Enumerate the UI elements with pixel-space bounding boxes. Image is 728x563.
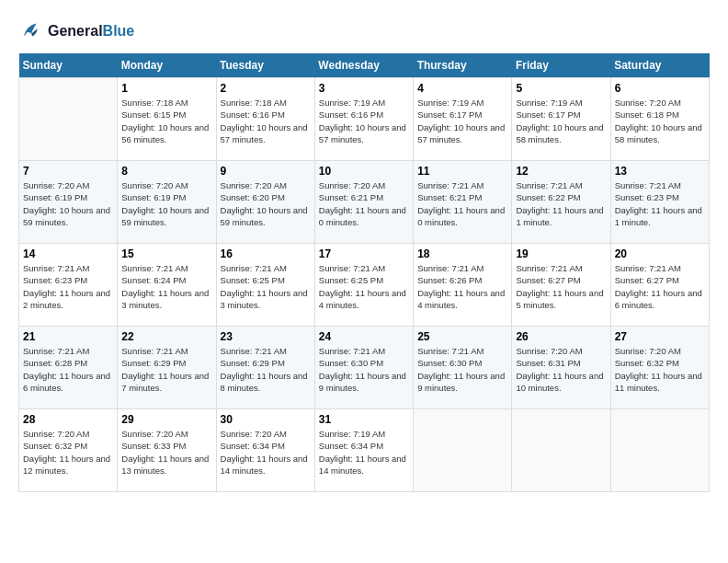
day-number: 19 [516, 247, 606, 260]
day-info: Sunrise: 7:20 AMSunset: 6:32 PMDaylight:… [615, 345, 705, 394]
day-info: Sunrise: 7:21 AMSunset: 6:22 PMDaylight:… [516, 179, 606, 228]
calendar-cell: 26Sunrise: 7:20 AMSunset: 6:31 PMDayligh… [512, 327, 610, 409]
day-number: 14 [23, 247, 113, 260]
day-number: 18 [417, 247, 507, 260]
day-number: 1 [121, 82, 211, 95]
calendar-cell: 22Sunrise: 7:21 AMSunset: 6:29 PMDayligh… [118, 327, 216, 409]
page-header: GeneralBlue [18, 18, 710, 44]
calendar-cell: 14Sunrise: 7:21 AMSunset: 6:23 PMDayligh… [19, 244, 118, 327]
calendar-cell: 20Sunrise: 7:21 AMSunset: 6:27 PMDayligh… [610, 244, 709, 327]
calendar-cell: 6Sunrise: 7:20 AMSunset: 6:18 PMDaylight… [610, 78, 709, 161]
day-info: Sunrise: 7:21 AMSunset: 6:23 PMDaylight:… [23, 262, 113, 311]
calendar-cell: 19Sunrise: 7:21 AMSunset: 6:27 PMDayligh… [512, 244, 610, 327]
calendar-cell: 1Sunrise: 7:18 AMSunset: 6:15 PMDaylight… [118, 78, 216, 161]
day-number: 6 [615, 82, 705, 95]
day-number: 20 [615, 247, 705, 260]
calendar-cell: 5Sunrise: 7:19 AMSunset: 6:17 PMDaylight… [512, 78, 610, 161]
day-info: Sunrise: 7:21 AMSunset: 6:25 PMDaylight:… [221, 262, 311, 311]
calendar-cell: 24Sunrise: 7:21 AMSunset: 6:30 PMDayligh… [314, 327, 413, 409]
day-number: 15 [121, 247, 211, 260]
day-number: 9 [221, 165, 311, 178]
logo: GeneralBlue [18, 18, 134, 44]
day-info: Sunrise: 7:19 AMSunset: 6:17 PMDaylight:… [516, 97, 606, 145]
day-number: 4 [417, 82, 507, 95]
day-number: 27 [615, 330, 705, 343]
calendar-table: Sunday Monday Tuesday Wednesday Thursday… [18, 53, 710, 492]
day-number: 24 [319, 330, 409, 343]
day-number: 23 [221, 330, 311, 343]
header-saturday: Saturday [610, 53, 709, 78]
day-number: 12 [516, 165, 606, 178]
day-number: 26 [516, 330, 606, 343]
day-info: Sunrise: 7:21 AMSunset: 6:26 PMDaylight:… [417, 262, 507, 311]
calendar-cell: 30Sunrise: 7:20 AMSunset: 6:34 PMDayligh… [216, 409, 314, 492]
calendar-cell: 16Sunrise: 7:21 AMSunset: 6:25 PMDayligh… [216, 244, 314, 327]
calendar-cell: 31Sunrise: 7:19 AMSunset: 6:34 PMDayligh… [314, 409, 413, 492]
calendar-cell: 29Sunrise: 7:20 AMSunset: 6:33 PMDayligh… [118, 409, 216, 492]
calendar-week-row: 21Sunrise: 7:21 AMSunset: 6:28 PMDayligh… [19, 327, 710, 409]
day-info: Sunrise: 7:20 AMSunset: 6:32 PMDaylight:… [23, 428, 113, 477]
calendar-week-row: 7Sunrise: 7:20 AMSunset: 6:19 PMDaylight… [19, 161, 710, 244]
day-info: Sunrise: 7:21 AMSunset: 6:29 PMDaylight:… [221, 345, 311, 394]
day-info: Sunrise: 7:20 AMSunset: 6:19 PMDaylight:… [121, 179, 211, 228]
day-number: 22 [121, 330, 211, 343]
day-info: Sunrise: 7:20 AMSunset: 6:21 PMDaylight:… [319, 179, 409, 228]
calendar-cell: 21Sunrise: 7:21 AMSunset: 6:28 PMDayligh… [19, 327, 118, 409]
day-info: Sunrise: 7:19 AMSunset: 6:34 PMDaylight:… [319, 428, 409, 477]
day-number: 31 [319, 413, 409, 426]
day-number: 29 [121, 413, 211, 426]
day-info: Sunrise: 7:21 AMSunset: 6:29 PMDaylight:… [121, 345, 211, 394]
calendar-cell: 4Sunrise: 7:19 AMSunset: 6:17 PMDaylight… [414, 78, 512, 161]
header-wednesday: Wednesday [314, 53, 413, 78]
header-tuesday: Tuesday [216, 53, 314, 78]
day-info: Sunrise: 7:18 AMSunset: 6:16 PMDaylight:… [221, 97, 311, 145]
day-info: Sunrise: 7:21 AMSunset: 6:28 PMDaylight:… [23, 345, 113, 394]
day-number: 5 [516, 82, 606, 95]
day-info: Sunrise: 7:21 AMSunset: 6:24 PMDaylight:… [121, 262, 211, 311]
logo-icon [18, 18, 44, 44]
calendar-cell: 18Sunrise: 7:21 AMSunset: 6:26 PMDayligh… [414, 244, 512, 327]
day-number: 30 [221, 413, 311, 426]
day-info: Sunrise: 7:21 AMSunset: 6:30 PMDaylight:… [319, 345, 409, 394]
day-info: Sunrise: 7:21 AMSunset: 6:21 PMDaylight:… [417, 179, 507, 228]
day-info: Sunrise: 7:19 AMSunset: 6:17 PMDaylight:… [417, 97, 507, 145]
calendar-cell: 11Sunrise: 7:21 AMSunset: 6:21 PMDayligh… [414, 161, 512, 244]
calendar-cell: 9Sunrise: 7:20 AMSunset: 6:20 PMDaylight… [216, 161, 314, 244]
day-number: 11 [417, 165, 507, 178]
day-info: Sunrise: 7:20 AMSunset: 6:19 PMDaylight:… [23, 179, 113, 228]
day-number: 13 [615, 165, 705, 178]
day-info: Sunrise: 7:20 AMSunset: 6:20 PMDaylight:… [221, 179, 311, 228]
calendar-week-row: 14Sunrise: 7:21 AMSunset: 6:23 PMDayligh… [19, 244, 710, 327]
day-number: 21 [23, 330, 113, 343]
day-number: 28 [23, 413, 113, 426]
day-info: Sunrise: 7:20 AMSunset: 6:34 PMDaylight:… [221, 428, 311, 477]
calendar-cell [19, 78, 118, 161]
calendar-cell: 15Sunrise: 7:21 AMSunset: 6:24 PMDayligh… [118, 244, 216, 327]
header-thursday: Thursday [414, 53, 512, 78]
day-number: 8 [121, 165, 211, 178]
day-number: 25 [417, 330, 507, 343]
day-info: Sunrise: 7:20 AMSunset: 6:18 PMDaylight:… [615, 97, 705, 145]
day-info: Sunrise: 7:21 AMSunset: 6:27 PMDaylight:… [615, 262, 705, 311]
calendar-cell: 8Sunrise: 7:20 AMSunset: 6:19 PMDaylight… [118, 161, 216, 244]
calendar-cell [610, 409, 709, 492]
calendar-week-row: 28Sunrise: 7:20 AMSunset: 6:32 PMDayligh… [19, 409, 710, 492]
calendar-cell: 3Sunrise: 7:19 AMSunset: 6:16 PMDaylight… [314, 78, 413, 161]
day-number: 2 [221, 82, 311, 95]
header-friday: Friday [512, 53, 610, 78]
day-info: Sunrise: 7:19 AMSunset: 6:16 PMDaylight:… [319, 97, 409, 145]
day-info: Sunrise: 7:21 AMSunset: 6:30 PMDaylight:… [417, 345, 507, 394]
calendar-cell [414, 409, 512, 492]
calendar-cell: 13Sunrise: 7:21 AMSunset: 6:23 PMDayligh… [610, 161, 709, 244]
day-info: Sunrise: 7:18 AMSunset: 6:15 PMDaylight:… [121, 97, 211, 145]
calendar-cell: 2Sunrise: 7:18 AMSunset: 6:16 PMDaylight… [216, 78, 314, 161]
day-info: Sunrise: 7:21 AMSunset: 6:25 PMDaylight:… [319, 262, 409, 311]
day-number: 10 [319, 165, 409, 178]
calendar-header-row: Sunday Monday Tuesday Wednesday Thursday… [19, 53, 710, 78]
logo-text: GeneralBlue [48, 22, 134, 40]
calendar-cell: 25Sunrise: 7:21 AMSunset: 6:30 PMDayligh… [414, 327, 512, 409]
day-number: 17 [319, 247, 409, 260]
calendar-cell: 7Sunrise: 7:20 AMSunset: 6:19 PMDaylight… [19, 161, 118, 244]
calendar-cell: 17Sunrise: 7:21 AMSunset: 6:25 PMDayligh… [314, 244, 413, 327]
calendar-cell: 28Sunrise: 7:20 AMSunset: 6:32 PMDayligh… [19, 409, 118, 492]
